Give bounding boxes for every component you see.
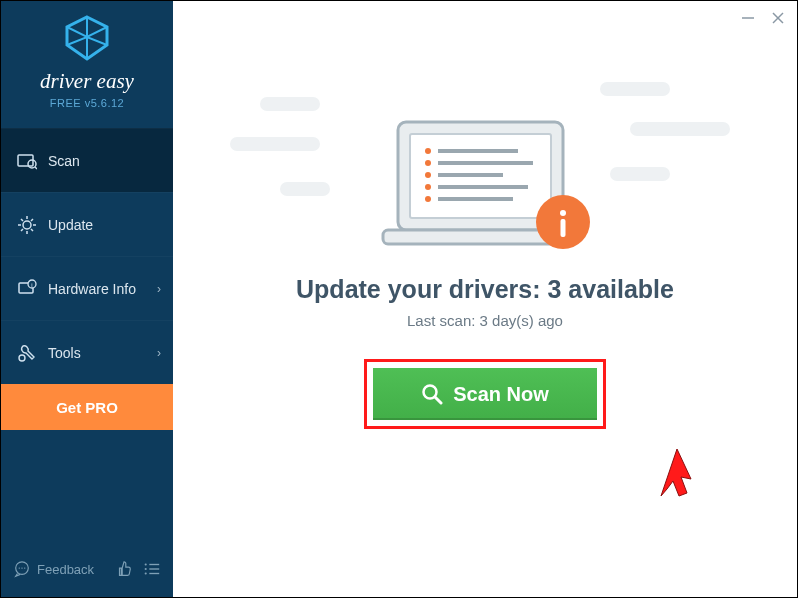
svg-point-24 (425, 148, 431, 154)
svg-text:i: i (31, 282, 32, 288)
svg-point-12 (145, 563, 147, 565)
laptop-illustration (350, 87, 620, 257)
svg-point-32 (425, 196, 431, 202)
thumbs-up-icon[interactable] (115, 560, 133, 578)
scan-button-label: Scan Now (453, 383, 549, 406)
app-brand-text: driver easy (1, 69, 173, 94)
svg-point-28 (425, 172, 431, 178)
logo-area: driver easy FREE v5.6.12 (1, 1, 173, 128)
close-button[interactable] (769, 9, 787, 27)
chat-icon (13, 560, 31, 578)
sidebar-nav: Scan Update i Hardware Info › Tools (1, 128, 173, 541)
headline-text: Update your drivers: 3 available (296, 275, 674, 304)
svg-point-35 (560, 210, 566, 216)
svg-point-9 (19, 567, 20, 568)
hardware-icon: i (16, 278, 38, 300)
titlebar-controls (739, 9, 787, 27)
sidebar-item-update[interactable]: Update (1, 192, 173, 256)
svg-point-30 (425, 184, 431, 190)
svg-point-14 (145, 572, 147, 574)
sidebar-item-scan[interactable]: Scan (1, 128, 173, 192)
get-pro-label: Get PRO (56, 399, 118, 416)
app-logo-icon (62, 15, 112, 61)
last-scan-text: Last scan: 3 day(s) ago (407, 312, 563, 329)
main-content: Update your drivers: 3 available Last sc… (173, 1, 797, 597)
svg-point-13 (145, 568, 147, 570)
list-icon[interactable] (143, 560, 161, 578)
search-icon (421, 383, 443, 405)
feedback-label: Feedback (37, 562, 94, 577)
gear-icon (16, 214, 38, 236)
get-pro-button[interactable]: Get PRO (1, 384, 173, 430)
sidebar-bottom-bar: Feedback (1, 541, 173, 597)
svg-point-11 (24, 567, 25, 568)
svg-line-38 (435, 397, 441, 403)
svg-point-7 (19, 355, 25, 361)
app-version-text: FREE v5.6.12 (1, 97, 173, 109)
sidebar-item-label: Scan (48, 153, 80, 169)
svg-point-1 (28, 160, 36, 168)
svg-rect-36 (561, 219, 566, 237)
svg-point-10 (21, 567, 22, 568)
svg-line-2 (35, 167, 37, 169)
sidebar-item-hardware-info[interactable]: i Hardware Info › (1, 256, 173, 320)
minimize-button[interactable] (739, 9, 757, 27)
svg-point-26 (425, 160, 431, 166)
scan-now-button[interactable]: Scan Now (373, 368, 597, 420)
sidebar-item-label: Update (48, 217, 93, 233)
chevron-right-icon: › (157, 282, 161, 296)
chevron-right-icon: › (157, 346, 161, 360)
app-window: driver easy FREE v5.6.12 Scan Update i (0, 0, 798, 598)
bottom-right-icons (115, 560, 161, 578)
scan-icon (16, 150, 38, 172)
main-panel: Update your drivers: 3 available Last sc… (173, 1, 797, 597)
scan-button-highlight-box: Scan Now (364, 359, 606, 429)
sidebar-item-tools[interactable]: Tools › (1, 320, 173, 384)
sidebar: driver easy FREE v5.6.12 Scan Update i (1, 1, 173, 597)
svg-point-3 (23, 221, 31, 229)
tools-icon (16, 342, 38, 364)
feedback-button[interactable]: Feedback (13, 560, 94, 578)
sidebar-item-label: Tools (48, 345, 81, 361)
sidebar-item-label: Hardware Info (48, 281, 136, 297)
